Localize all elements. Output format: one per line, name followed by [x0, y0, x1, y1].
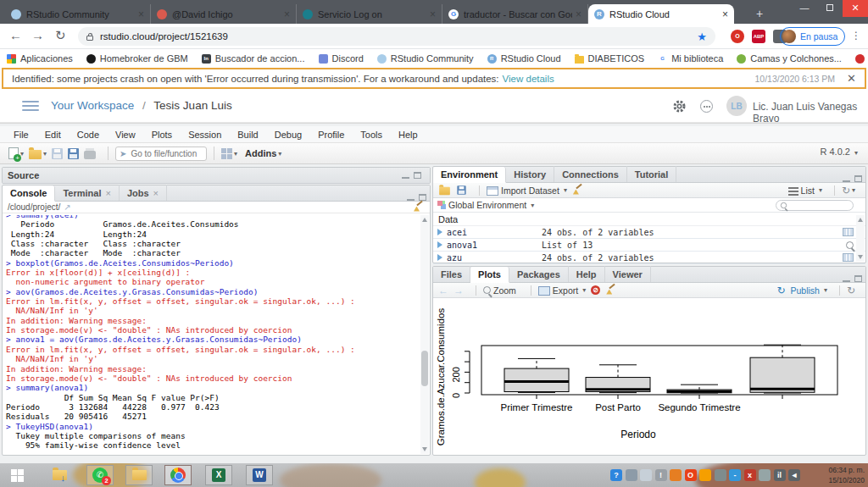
taskbar-word[interactable]: W [246, 465, 273, 485]
bookmark-item[interactable]: Discord [319, 53, 364, 64]
menu-profile[interactable]: Profile [318, 130, 344, 140]
address-bar[interactable]: rstudio.cloud/project/1521639 ★ [78, 27, 715, 46]
help-icon[interactable]: ? [610, 469, 622, 481]
notify-icon[interactable] [699, 469, 711, 481]
bookmark-item[interactable]: Homebroker de GBM [86, 53, 188, 64]
plot-export-button[interactable]: Export▾ [538, 285, 586, 296]
tab-close-icon[interactable]: × [105, 188, 110, 198]
volume-icon[interactable]: ◄ [788, 469, 800, 481]
extension-icon-red[interactable]: O [731, 30, 744, 43]
env-save-button[interactable] [456, 185, 467, 196]
tab-tutorial[interactable]: Tutorial [627, 166, 677, 182]
user-avatar[interactable]: LB [726, 96, 747, 116]
taskbar-whatsapp[interactable]: ✆2 [86, 465, 114, 485]
pane-maximize-icon[interactable] [854, 175, 862, 182]
menu-build[interactable]: Build [237, 130, 258, 140]
palette-icon[interactable] [715, 469, 726, 481]
env-refresh-button[interactable]: ↻▾ [842, 185, 855, 196]
browser-tab[interactable]: @David Ichigo× [151, 4, 297, 24]
menu-debug[interactable]: Debug [275, 130, 302, 140]
save-all-button[interactable] [68, 148, 79, 159]
window-maximize-button[interactable] [817, 0, 843, 17]
tab-connections[interactable]: Connections [554, 166, 627, 182]
profile-chip[interactable]: En pausa [780, 27, 845, 46]
inspect-icon[interactable] [846, 241, 854, 249]
menu-view[interactable]: View [115, 130, 136, 140]
gear-icon[interactable] [672, 99, 687, 117]
window-minimize-button[interactable]: — [792, 0, 817, 17]
vlc-icon[interactable] [670, 469, 682, 481]
menu-tools[interactable]: Tools [360, 130, 382, 140]
menu-help[interactable]: Help [398, 130, 418, 140]
pane-maximize-icon[interactable] [419, 194, 426, 201]
tab-close-icon[interactable]: × [722, 8, 728, 20]
wifi-warning-icon[interactable]: ! [655, 469, 667, 481]
tab-close-icon[interactable]: × [138, 8, 144, 20]
plot-remove-button[interactable]: ⊘ [591, 285, 600, 295]
scrollbar-thumb[interactable] [421, 351, 428, 386]
new-tab-button[interactable]: + [751, 7, 768, 20]
more-options-icon[interactable] [700, 100, 713, 113]
taskbar-chrome[interactable] [164, 465, 192, 485]
env-open-button[interactable] [438, 185, 451, 196]
hamburger-menu-icon[interactable] [22, 101, 39, 113]
bookmark-item[interactable]: RRStudio Cloud [487, 53, 561, 64]
menu-file[interactable]: File [14, 130, 29, 140]
tab-close-icon[interactable]: × [153, 188, 159, 198]
plot-back-button[interactable]: ← [438, 285, 448, 296]
bookmark-item[interactable]: Aplicaciones [7, 53, 73, 64]
bookmark-star-icon[interactable]: ★ [697, 30, 707, 43]
tab-viewer[interactable]: Viewer [605, 266, 651, 282]
pane-minimize-icon[interactable] [843, 175, 850, 182]
console-output[interactable]: > summary(acei) Periodo Gramos.de.Aceite… [6, 215, 420, 455]
save-button[interactable] [52, 148, 63, 159]
bookmark-item[interactable]: GMi biblioteca [658, 53, 723, 64]
environment-object-row[interactable]: acei24 obs. of 2 variables [433, 226, 865, 239]
back-button[interactable]: ← [9, 24, 22, 47]
publish-button[interactable]: ↻Publish▾ [776, 285, 827, 296]
environment-search-box[interactable] [776, 200, 854, 211]
bookmark-item[interactable]: RStudio Community [377, 53, 474, 64]
tab-history[interactable]: History [506, 166, 554, 182]
open-in-files-icon[interactable]: ↗ [64, 202, 70, 212]
addins-button[interactable]: Addins▾ [242, 148, 281, 158]
taskbar-folder[interactable] [125, 465, 153, 485]
scope-selector[interactable]: Global Environment [448, 200, 526, 210]
console-tab-console[interactable]: Console [3, 185, 55, 202]
print-button[interactable] [84, 148, 96, 159]
reload-button[interactable]: ↻ [55, 24, 66, 47]
goto-file-input[interactable] [129, 148, 202, 159]
tab-plots[interactable]: Plots [470, 267, 509, 283]
browser-tab[interactable]: Servicio Log on× [297, 4, 442, 24]
bookmark-item[interactable]: Camas y Colchones... [737, 53, 842, 64]
banner-view-details-link[interactable]: View details [503, 74, 554, 84]
menu-code[interactable]: Code [77, 130, 99, 140]
browser-tab[interactable]: RRStudio Cloud× [588, 4, 734, 24]
env-view-mode-button[interactable]: List▾ [788, 185, 822, 196]
pane-restore-icon[interactable] [402, 172, 409, 179]
tab-close-icon[interactable]: × [576, 8, 581, 20]
browser-tab[interactable]: RStudio Community× [5, 4, 151, 24]
tab-close-icon[interactable]: × [284, 8, 290, 20]
plots-refresh-button[interactable]: ↻ [847, 285, 855, 296]
pane-minimize-icon[interactable] [843, 275, 850, 282]
bookmark-item[interactable]: catalogo de produc... [855, 53, 868, 64]
view-table-icon[interactable] [843, 253, 854, 262]
taskbar-clock[interactable]: 06:34 p. m. 15/10/2020 [828, 465, 865, 485]
teamviewer-icon[interactable]: - [729, 469, 741, 481]
network-error-icon[interactable]: x [744, 469, 756, 481]
opera-icon[interactable]: O [685, 469, 697, 481]
console-tab-jobs[interactable]: Jobs× [120, 185, 167, 201]
tab-close-icon[interactable]: × [430, 8, 436, 20]
environment-object-row[interactable]: anova1List of 13 [433, 239, 865, 252]
taskbar-downloads-folder[interactable]: ↓ [46, 465, 73, 485]
environment-scrollbar[interactable] [856, 215, 865, 262]
plot-clear-all-button[interactable] [605, 285, 617, 296]
expand-arrow-icon[interactable] [437, 229, 442, 235]
browser-menu-icon[interactable]: ⋮ [851, 30, 861, 42]
pane-maximize-icon[interactable] [414, 172, 421, 179]
env-clear-button[interactable] [572, 185, 584, 196]
adblock-icon[interactable]: ABP [752, 30, 765, 43]
import-dataset-button[interactable]: Import Dataset▾ [487, 185, 567, 196]
menu-edit[interactable]: Edit [45, 130, 61, 140]
